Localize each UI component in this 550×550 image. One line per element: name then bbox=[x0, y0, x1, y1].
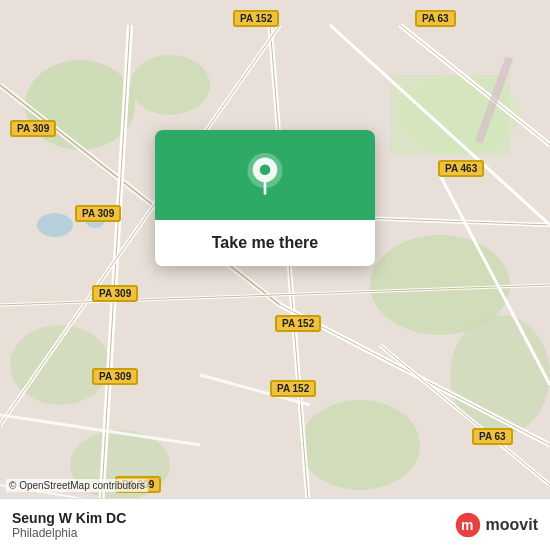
svg-point-11 bbox=[85, 212, 105, 228]
svg-text:m: m bbox=[461, 517, 473, 533]
popup-card: Take me there bbox=[155, 130, 375, 266]
svg-point-38 bbox=[260, 164, 271, 175]
moovit-icon: m bbox=[454, 511, 482, 539]
svg-point-1 bbox=[25, 60, 135, 150]
moovit-text: moovit bbox=[486, 516, 538, 534]
osm-attribution: © OpenStreetMap contributors bbox=[6, 479, 148, 492]
map-container: PA 63 PA 152 PA 309 PA 463 PA 309 PA 309… bbox=[0, 0, 550, 550]
svg-point-8 bbox=[300, 400, 420, 490]
location-name: Seung W Kim DC bbox=[12, 510, 126, 526]
location-city: Philadelphia bbox=[12, 526, 126, 540]
location-pin-icon bbox=[243, 153, 287, 197]
svg-point-2 bbox=[130, 55, 210, 115]
bottom-bar: Seung W Kim DC Philadelphia m moovit bbox=[0, 498, 550, 550]
moovit-logo: m moovit bbox=[454, 511, 538, 539]
popup-top bbox=[155, 130, 375, 220]
map-svg bbox=[0, 0, 550, 550]
bottom-left: Seung W Kim DC Philadelphia bbox=[12, 510, 126, 540]
take-me-there-button[interactable]: Take me there bbox=[155, 220, 375, 266]
svg-point-10 bbox=[37, 213, 73, 237]
